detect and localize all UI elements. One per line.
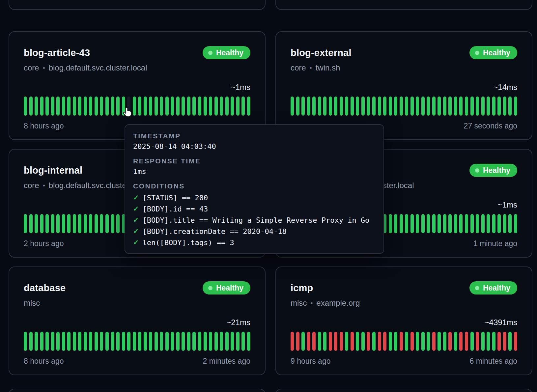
health-bar[interactable] (432, 332, 436, 351)
health-bar[interactable] (410, 97, 414, 116)
health-bar[interactable] (503, 97, 506, 116)
health-bar[interactable] (487, 214, 490, 233)
health-bar[interactable] (497, 332, 501, 351)
health-bar[interactable] (100, 214, 103, 233)
health-bar[interactable] (45, 214, 49, 233)
health-bar[interactable] (204, 332, 207, 351)
health-bar[interactable] (133, 332, 136, 351)
health-bar[interactable] (329, 332, 332, 351)
health-bar[interactable] (481, 97, 485, 116)
health-bar[interactable] (105, 332, 109, 351)
health-bar[interactable] (160, 332, 163, 351)
health-bar[interactable] (508, 332, 512, 351)
health-bar[interactable] (84, 332, 87, 351)
health-bar[interactable] (497, 97, 501, 116)
health-bar[interactable] (35, 332, 38, 351)
health-bar[interactable] (481, 332, 485, 351)
health-bar[interactable] (111, 97, 114, 116)
endpoint-card-partial-bottom-left[interactable] (9, 389, 266, 392)
health-bar[interactable] (160, 97, 163, 116)
health-bar[interactable] (291, 97, 294, 116)
health-bar[interactable] (465, 214, 468, 233)
health-bar[interactable] (122, 332, 125, 351)
endpoint-card[interactable]: blog-external Healthy core • twin.sh ~14… (275, 31, 532, 140)
health-bar[interactable] (24, 97, 27, 116)
health-bar[interactable] (318, 97, 321, 116)
health-bar[interactable] (410, 332, 414, 351)
health-bar[interactable] (405, 214, 408, 233)
health-bar[interactable] (105, 214, 109, 233)
health-bar[interactable] (192, 97, 196, 116)
health-bar[interactable] (176, 97, 180, 116)
health-bar[interactable] (476, 97, 479, 116)
health-bar[interactable] (514, 332, 517, 351)
health-bar[interactable] (345, 97, 348, 116)
health-bar[interactable] (231, 332, 234, 351)
health-bar[interactable] (454, 214, 457, 233)
health-bar[interactable] (296, 97, 299, 116)
health-bar[interactable] (421, 332, 425, 351)
health-bar[interactable] (497, 214, 501, 233)
health-bar[interactable] (209, 332, 212, 351)
health-bar[interactable] (225, 97, 229, 116)
health-bar[interactable] (214, 332, 218, 351)
health-bar[interactable] (514, 97, 517, 116)
health-bar[interactable] (454, 97, 457, 116)
health-bar[interactable] (394, 332, 397, 351)
health-bar[interactable] (400, 332, 403, 351)
health-bar[interactable] (361, 97, 365, 116)
health-bar[interactable] (492, 332, 495, 351)
health-bar[interactable] (182, 97, 185, 116)
health-bar[interactable] (24, 332, 27, 351)
health-bar[interactable] (138, 97, 141, 116)
health-bar[interactable] (378, 97, 381, 116)
health-bar[interactable] (62, 97, 65, 116)
health-bar[interactable] (209, 97, 212, 116)
health-bar[interactable] (416, 97, 419, 116)
health-bar[interactable] (187, 97, 190, 116)
health-bar[interactable] (383, 332, 386, 351)
health-bar[interactable] (214, 97, 218, 116)
health-bar[interactable] (503, 332, 506, 351)
health-bar[interactable] (416, 214, 419, 233)
health-bar[interactable] (465, 332, 468, 351)
health-bar[interactable] (427, 214, 430, 233)
health-bar[interactable] (459, 214, 463, 233)
health-bar[interactable] (100, 332, 103, 351)
health-bar[interactable] (340, 332, 343, 351)
health-bar[interactable] (45, 332, 49, 351)
health-bar[interactable] (56, 214, 60, 233)
health-bar[interactable] (438, 214, 441, 233)
health-bar[interactable] (198, 97, 201, 116)
health-bar[interactable] (138, 332, 141, 351)
health-bar[interactable] (51, 97, 54, 116)
health-bar[interactable] (116, 97, 120, 116)
health-bar[interactable] (144, 97, 147, 116)
health-bar[interactable] (29, 332, 33, 351)
health-bar[interactable] (514, 214, 517, 233)
health-bar[interactable] (296, 332, 299, 351)
health-bar[interactable] (432, 214, 436, 233)
health-bar[interactable] (470, 214, 474, 233)
health-bar[interactable] (372, 97, 376, 116)
health-bar[interactable] (394, 214, 397, 233)
health-bar[interactable] (487, 332, 490, 351)
health-bar[interactable] (149, 97, 152, 116)
health-bar[interactable] (78, 97, 81, 116)
health-bar[interactable] (367, 332, 370, 351)
health-bar[interactable] (389, 97, 392, 116)
health-bar[interactable] (171, 332, 174, 351)
health-bar[interactable] (459, 97, 463, 116)
health-bar[interactable] (389, 332, 392, 351)
health-bar[interactable] (443, 97, 446, 116)
health-bar[interactable] (40, 97, 43, 116)
health-bar[interactable] (329, 97, 332, 116)
health-bar[interactable] (334, 332, 337, 351)
health-bar[interactable] (351, 97, 354, 116)
health-bar[interactable] (204, 97, 207, 116)
health-bar[interactable] (340, 97, 343, 116)
endpoint-card[interactable]: database Healthy misc ~21ms 8 hours ago … (9, 266, 266, 375)
health-bar[interactable] (443, 214, 446, 233)
health-bar[interactable] (84, 97, 87, 116)
health-bar[interactable] (40, 332, 43, 351)
